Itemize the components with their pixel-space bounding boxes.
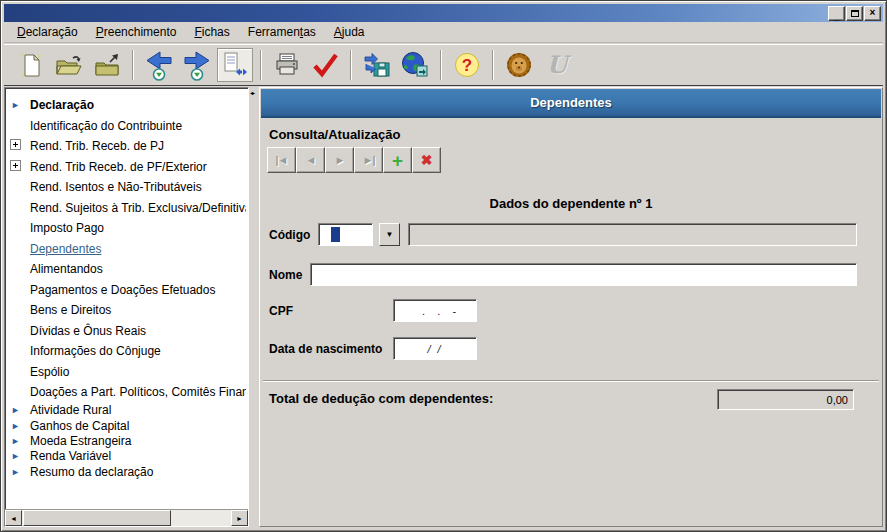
codigo-input[interactable] [318,223,373,246]
toolbar-separator [492,50,494,80]
total-divider [263,380,879,382]
nome-label: Nome [269,268,302,282]
leao-lion-icon [504,50,534,80]
tree-item-rend-exclusiva[interactable]: Rend. Sujeitos à Trib. Exclusiva/Definit… [9,198,246,219]
forward-button[interactable] [179,48,215,82]
back-button[interactable] [141,48,177,82]
panel-splitter[interactable]: ◂▸ [250,87,259,527]
toolbar: ? U [4,44,883,85]
scroll-right-button[interactable]: ► [231,510,248,526]
expand-plus-icon[interactable] [10,160,21,171]
panel-title: Dependentes [261,89,881,118]
tree-item-declaracao[interactable]: ►Declaração [9,95,246,116]
menu-bar: Declaração Preenchimento Fichas Ferramen… [4,22,883,43]
open-declaration-button[interactable] [51,48,87,82]
maximize-button[interactable] [846,6,863,21]
close-declaration-button[interactable] [89,48,125,82]
splitter-collapse-icon[interactable]: ◂▸ [250,89,254,96]
menu-declaracao[interactable]: Declaração [8,23,87,41]
tree-item-resumo[interactable]: ►Resumo da declaração [9,464,246,479]
leao-button[interactable] [501,48,537,82]
new-declaration-button[interactable] [13,48,49,82]
add-record-icon: + [392,151,403,170]
close-folder-icon [93,52,121,78]
tree-item-pagamentos[interactable]: Pagamentos e Doações Efetuados [9,280,246,301]
chevron-down-icon: ▼ [386,230,394,239]
nome-input[interactable] [310,263,857,286]
cpf-input[interactable]: . . - [393,299,477,322]
tree-item-doacoes[interactable]: Doações a Part. Políticos, Comitês Finan… [9,382,246,403]
cpf-label: CPF [269,304,293,318]
open-folder-icon [54,52,84,78]
add-record-button[interactable]: + [383,147,412,173]
tree-item-identificacao[interactable]: Identificação do Contribuinte [9,116,246,137]
application-window: _ × Declaração Preenchimento Fichas Ferr… [0,0,887,532]
toolbar-separator [260,50,262,80]
tree-item-dependentes[interactable]: Dependentes [9,239,246,260]
menu-preenchimento[interactable]: Preenchimento [87,23,186,41]
receitanet-button[interactable]: U [539,48,575,82]
toolbar-separator [350,50,352,80]
tree-item-rend-pj[interactable]: Rend. Trib. Receb. de PJ [9,136,246,157]
tree-item-rend-isentos[interactable]: Rend. Isentos e Não-Tributáveis [9,177,246,198]
menu-fichas[interactable]: Fichas [185,23,238,41]
verify-check-icon [311,52,339,78]
title-bar[interactable]: _ × [4,4,883,22]
save-disk-icon [362,51,392,79]
codigo-label: Código [269,228,310,242]
previous-record-icon: ◄ [306,155,316,166]
minimize-glyph: _ [834,11,840,21]
codigo-description-field [408,223,857,246]
print-icon [273,51,301,79]
tree-item-dividas[interactable]: Dívidas e Ônus Reais [9,321,246,342]
scroll-left-button[interactable]: ◄ [5,510,22,526]
forward-arrow-icon [181,49,213,81]
minimize-button[interactable]: _ [828,6,845,21]
close-button[interactable]: × [864,6,881,21]
tree-arrow-icon: ► [11,451,20,461]
menu-ferramentas[interactable]: Ferramentas [239,23,325,41]
tree-arrow-icon: ► [11,405,20,415]
tree-item-atividade-rural[interactable]: ►Atividade Rural [9,403,246,418]
nascimento-input[interactable]: / / [393,337,477,360]
tree-arrow-icon: ► [11,467,20,477]
tree-item-moeda-estrangeira[interactable]: ►Moeda Estrangeira [9,433,246,448]
help-button[interactable]: ? [449,48,485,82]
record-nav-toolbar: |◄ ◄ ► ►| + ✖ [267,147,441,173]
codigo-dropdown-button[interactable]: ▼ [379,223,400,246]
delete-record-button[interactable]: ✖ [412,147,441,173]
expand-plus-icon[interactable] [10,139,21,150]
help-icon: ? [453,51,481,79]
first-record-button[interactable]: |◄ [267,147,296,173]
delete-record-icon: ✖ [421,153,433,167]
next-record-icon: ► [335,155,345,166]
close-glyph: × [870,8,876,18]
tree-arrow-icon: ► [11,100,20,110]
horizontal-scrollbar[interactable]: ◄ ► [5,509,248,526]
tree-item-alimentandos[interactable]: Alimentandos [9,259,246,280]
tree-item-bens-direitos[interactable]: Bens e Direitos [9,300,246,321]
next-record-button[interactable]: ► [325,147,354,173]
maximize-glyph [851,10,859,17]
verify-button[interactable] [307,48,343,82]
content-divider [4,85,883,86]
last-record-button[interactable]: ►| [354,147,383,173]
field-navigation-button[interactable] [217,48,253,82]
tree-item-espolio[interactable]: Espólio [9,362,246,383]
tree-arrow-icon: ► [11,421,20,431]
transmit-button[interactable] [397,48,433,82]
field-navigation-icon [220,50,250,80]
previous-record-button[interactable]: ◄ [296,147,325,173]
section-label: Consulta/Atualização [269,127,400,142]
scroll-thumb[interactable] [23,510,171,526]
tree-item-rend-pf[interactable]: Rend. Trib Receb. de PF/Exterior [9,157,246,178]
menu-ajuda[interactable]: Ajuda [325,23,374,41]
save-disk-button[interactable] [359,48,395,82]
ficha-tree-panel: ►Declaração Identificação do Contribuint… [4,87,249,527]
tree-item-renda-variavel[interactable]: ►Renda Variável [9,449,246,464]
toolbar-separator [440,50,442,80]
tree-item-ganhos-capital[interactable]: ►Ganhos de Capital [9,418,246,433]
print-button[interactable] [269,48,305,82]
tree-item-imposto-pago[interactable]: Imposto Pago [9,218,246,239]
tree-item-conjuge[interactable]: Informações do Cônjuge [9,341,246,362]
